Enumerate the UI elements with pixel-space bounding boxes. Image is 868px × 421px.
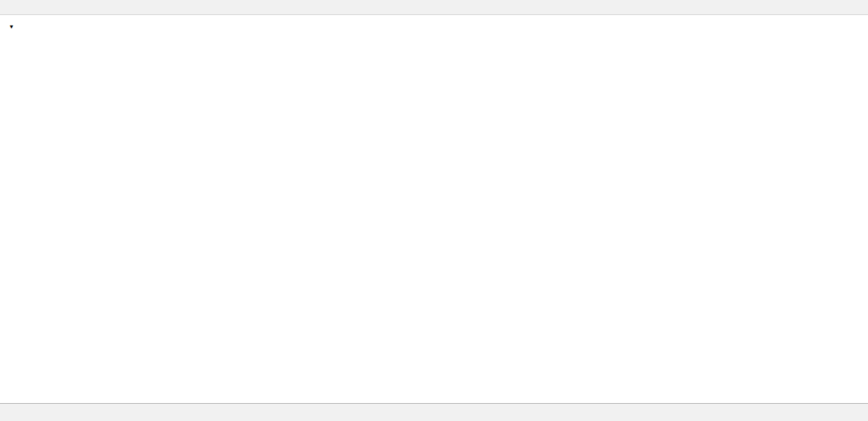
macd-indicator-label xyxy=(8,320,10,329)
timeframe-toolbar xyxy=(0,0,868,15)
chart-tab-bar xyxy=(0,403,868,421)
chart-title: ▼ xyxy=(9,21,24,32)
chart-canvas[interactable] xyxy=(0,0,868,421)
chart-title-collapse-icon[interactable]: ▼ xyxy=(9,24,14,30)
rsi-indicator-label xyxy=(8,352,10,360)
